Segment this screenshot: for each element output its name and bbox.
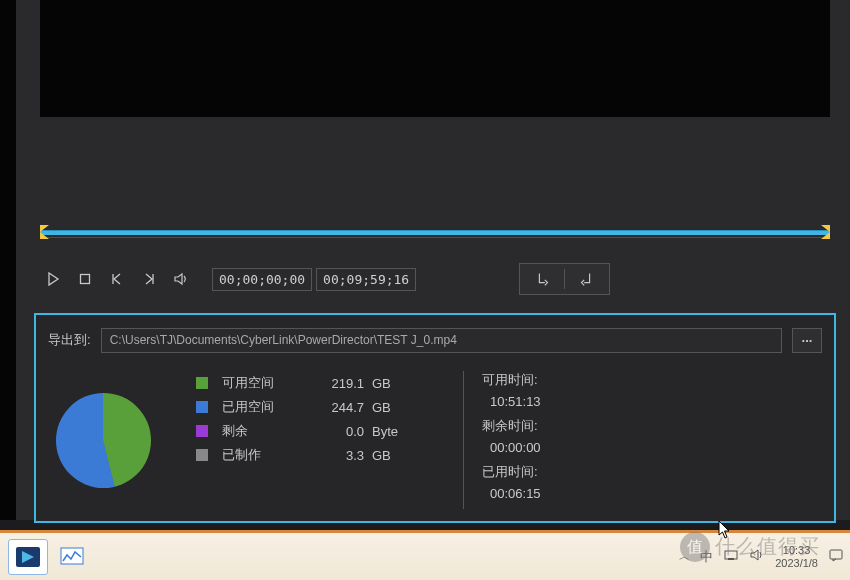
- system-tray: ︿ 中 10:33 2023/1/8: [679, 544, 844, 570]
- used-time-value: 00:06:15: [482, 486, 541, 509]
- prev-frame-button[interactable]: [104, 266, 130, 292]
- export-label: 导出到:: [48, 331, 91, 349]
- playback-controls: 00;00;00;00 00;09;59;16: [40, 259, 830, 299]
- taskbar-date: 2023/1/8: [775, 557, 818, 570]
- out-point-marker[interactable]: [821, 225, 830, 239]
- export-panel: 导出到: C:\Users\TJ\Documents\CyberLink\Pow…: [34, 313, 836, 523]
- next-frame-button[interactable]: [136, 266, 162, 292]
- svg-rect-7: [830, 550, 842, 559]
- legend-produced: 已制作 3.3 GB: [196, 443, 453, 467]
- speaker-icon[interactable]: [749, 548, 765, 565]
- stats-row: 可用空间 219.1 GB 已用空间 244.7 GB 剩余 0.0 Byte: [48, 371, 822, 509]
- taskbar-time: 10:33: [775, 544, 818, 557]
- swatch-gray: [196, 449, 208, 461]
- timecode-group: 00;00;00;00 00;09;59;16: [212, 268, 416, 291]
- next-frame-icon: [141, 271, 157, 287]
- monitor-icon: [60, 547, 84, 567]
- legend-used: 已用空间 244.7 GB: [196, 395, 453, 419]
- powerdirector-icon: [15, 546, 41, 568]
- available-time-value: 10:51:13: [482, 394, 541, 417]
- browse-button[interactable]: ···: [792, 328, 822, 353]
- network-icon[interactable]: [723, 548, 739, 565]
- volume-icon: [173, 271, 189, 287]
- svg-rect-5: [725, 551, 737, 559]
- mark-in-out-group: [519, 263, 610, 295]
- swatch-green: [196, 377, 208, 389]
- remaining-time-value: 00:00:00: [482, 440, 541, 463]
- timecode-current[interactable]: 00;00;00;00: [212, 268, 312, 291]
- divider: [463, 371, 464, 509]
- video-preview[interactable]: [40, 0, 830, 117]
- divider: [564, 269, 565, 289]
- export-path-row: 导出到: C:\Users\TJ\Documents\CyberLink\Pow…: [48, 323, 822, 357]
- stop-button[interactable]: [72, 266, 98, 292]
- svg-rect-0: [81, 275, 90, 284]
- mark-out-button[interactable]: [567, 264, 605, 294]
- disk-legend: 可用空间 219.1 GB 已用空间 244.7 GB 剩余 0.0 Byte: [158, 371, 453, 509]
- timeline-track[interactable]: [40, 231, 830, 235]
- disk-usage-pie: [56, 393, 151, 488]
- ime-indicator[interactable]: 中: [700, 548, 713, 566]
- remaining-time-label: 剩余时间:: [482, 417, 541, 440]
- taskbar-app-powerdirector[interactable]: [8, 539, 48, 575]
- swatch-blue: [196, 401, 208, 413]
- mark-in-icon: [534, 270, 552, 288]
- play-icon: [45, 271, 61, 287]
- used-time-label: 已用时间:: [482, 463, 541, 486]
- timecode-duration[interactable]: 00;09;59;16: [316, 268, 416, 291]
- taskbar[interactable]: ︿ 中 10:33 2023/1/8: [0, 532, 850, 580]
- notification-icon[interactable]: [828, 547, 844, 566]
- stop-icon: [77, 271, 93, 287]
- export-path-field[interactable]: C:\Users\TJ\Documents\CyberLink\PowerDir…: [101, 328, 782, 353]
- prev-frame-icon: [109, 271, 125, 287]
- mark-in-button[interactable]: [524, 264, 562, 294]
- taskbar-clock[interactable]: 10:33 2023/1/8: [775, 544, 818, 570]
- main-panel: 00;00;00;00 00;09;59;16 导出到: C:\Use: [16, 0, 850, 520]
- timeline[interactable]: [40, 223, 830, 243]
- available-time-label: 可用时间:: [482, 371, 541, 394]
- in-point-marker[interactable]: [40, 225, 49, 239]
- mark-out-icon: [577, 270, 595, 288]
- time-stats: 可用时间: 10:51:13 剩余时间: 00:00:00 已用时间: 00:0…: [474, 371, 541, 509]
- swatch-purple: [196, 425, 208, 437]
- legend-available: 可用空间 219.1 GB: [196, 371, 453, 395]
- tray-chevron-icon[interactable]: ︿: [679, 549, 690, 564]
- volume-button[interactable]: [168, 266, 194, 292]
- play-button[interactable]: [40, 266, 66, 292]
- preview-lower-area: [34, 117, 836, 223]
- taskbar-app-monitor[interactable]: [52, 539, 92, 575]
- left-rail: [0, 0, 16, 520]
- legend-remaining: 剩余 0.0 Byte: [196, 419, 453, 443]
